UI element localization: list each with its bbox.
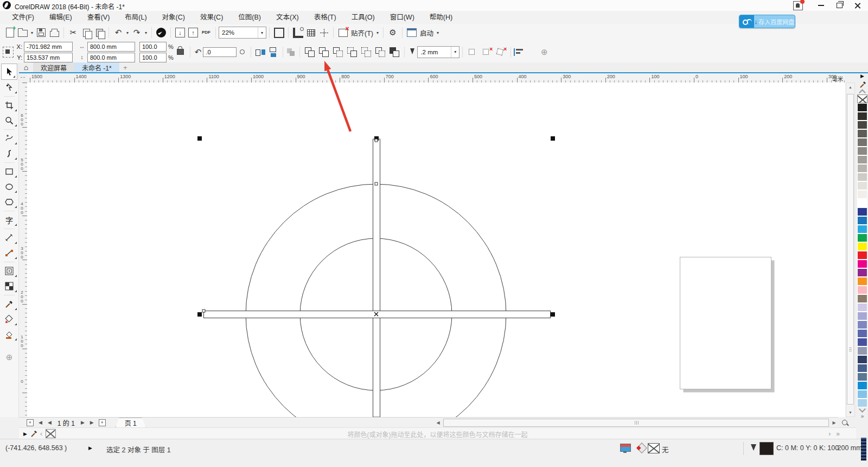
notification-icon[interactable]: [793, 1, 803, 10]
add-page-button-2[interactable]: +: [99, 419, 106, 426]
palette-flyout-icon[interactable]: ▶: [860, 73, 864, 81]
palette-scroll-down-icon[interactable]: [860, 407, 865, 412]
page-1-tab[interactable]: 页 1: [116, 418, 146, 427]
mirror-vertical-button[interactable]: [269, 47, 278, 58]
quick-zoom-button[interactable]: [839, 418, 850, 427]
scale-x-field[interactable]: 100.0: [139, 42, 167, 52]
zoom-caret-icon[interactable]: ▾: [258, 27, 266, 38]
palette-swatch[interactable]: [857, 155, 867, 164]
palette-swatch[interactable]: [857, 338, 867, 346]
import-button[interactable]: ↓: [174, 26, 187, 39]
fill-none-swatch[interactable]: [648, 443, 660, 453]
palette-swatch[interactable]: [857, 312, 867, 320]
palette-swatch-none[interactable]: [857, 94, 867, 103]
vertical-bar-shape[interactable]: [373, 139, 380, 417]
ruler-origin-corner[interactable]: [19, 73, 28, 83]
palette-swatch[interactable]: [857, 190, 867, 199]
object-width-field[interactable]: 800.0 mm: [87, 42, 135, 52]
text-tool[interactable]: 字: [0, 212, 18, 228]
artistic-media-tool[interactable]: [0, 146, 18, 161]
palette-eyedropper-icon[interactable]: [859, 81, 866, 89]
selection-handle-middle-right[interactable]: [551, 312, 555, 317]
launch-caret-icon[interactable]: ▾: [435, 30, 441, 35]
netdisk-save-button[interactable]: ↓存入百度网盘: [739, 15, 795, 28]
zoom-level-combo[interactable]: 22% ▾: [219, 27, 266, 39]
mirror-horizontal-button[interactable]: [255, 47, 266, 57]
node-hbar-left[interactable]: [202, 310, 205, 312]
group-objects-button[interactable]: [286, 47, 297, 57]
palette-swatch[interactable]: [857, 277, 867, 286]
menu-item-4[interactable]: 布局(L): [117, 11, 154, 24]
palette-swatch[interactable]: [857, 164, 867, 173]
front-minus-back-button[interactable]: [359, 46, 373, 59]
menu-item-10[interactable]: 工具(O): [344, 11, 382, 24]
palette-swatch[interactable]: [857, 329, 867, 338]
horizontal-ruler[interactable]: 毫米 1500140013001200110010009008007006005…: [27, 73, 845, 83]
scroll-down-button[interactable]: ▼: [846, 408, 854, 416]
doc-palette-scroll-left-icon[interactable]: ‹: [40, 430, 42, 438]
palette-swatch[interactable]: [857, 234, 867, 242]
menu-item-11[interactable]: 窗口(W): [382, 11, 422, 24]
transparency-tool[interactable]: [0, 279, 18, 294]
undo-button[interactable]: ↶: [112, 26, 125, 39]
palette-swatch[interactable]: [857, 112, 867, 121]
horizontal-scrollbar[interactable]: ◀ ▶: [434, 417, 838, 428]
smart-fill-tool[interactable]: [0, 327, 18, 342]
menu-item-2[interactable]: 编辑(E): [42, 11, 80, 24]
search-content-button[interactable]: [155, 26, 168, 39]
dimension-tool[interactable]: [0, 230, 18, 245]
minimize-button[interactable]: [813, 0, 829, 11]
launch-icon[interactable]: [405, 26, 418, 39]
menu-item-5[interactable]: 对象(C): [155, 11, 193, 24]
horizontal-bar-shape[interactable]: [204, 311, 551, 318]
vertical-ruler[interactable]: 6005004003002001000: [19, 83, 28, 417]
palette-swatch[interactable]: [857, 121, 867, 129]
tab-untitled-document[interactable]: 未命名 -1*: [74, 62, 119, 72]
palette-swatch[interactable]: [857, 173, 867, 181]
close-button[interactable]: [850, 0, 866, 11]
undo-caret-icon[interactable]: ▾: [125, 30, 130, 35]
print-button[interactable]: [48, 26, 61, 39]
scroll-left-button[interactable]: ◀: [434, 420, 442, 425]
outline-width-combo[interactable]: .2 mm ▾: [417, 46, 459, 58]
cut-button[interactable]: ✂: [67, 26, 80, 39]
copy-button[interactable]: [80, 26, 93, 39]
palette-swatch[interactable]: [857, 199, 867, 207]
doc-palette-expand-icon[interactable]: »: [836, 430, 840, 438]
palette-swatch[interactable]: [857, 181, 867, 190]
vertical-scroll-thumb[interactable]: [847, 94, 854, 405]
new-tab-button[interactable]: +: [119, 62, 131, 72]
crop-tool[interactable]: [0, 98, 18, 113]
doc-palette-flyout-icon[interactable]: ▶: [23, 431, 27, 437]
object-height-field[interactable]: 800.0 mm: [87, 53, 135, 62]
close-path-button[interactable]: ×: [480, 46, 494, 59]
vertical-scrollbar[interactable]: ▲ ▼: [846, 83, 855, 417]
last-page-button[interactable]: ▶: [87, 420, 97, 425]
back-minus-front-button[interactable]: [373, 46, 387, 59]
add-page-button[interactable]: +: [27, 419, 34, 426]
status-flyout-icon[interactable]: ▶: [88, 445, 92, 451]
contour-tool[interactable]: [0, 263, 18, 279]
scale-y-field[interactable]: 100.0: [139, 53, 167, 62]
palette-swatch[interactable]: [857, 286, 867, 294]
palette-swatch[interactable]: [857, 138, 867, 147]
palette-swatch[interactable]: [857, 381, 867, 390]
node-circle-top[interactable]: [375, 182, 378, 185]
doc-palette-eyedropper-icon[interactable]: [30, 430, 37, 438]
fill-status-icon[interactable]: [636, 443, 647, 453]
connector-tool[interactable]: [0, 245, 18, 261]
x-position-field[interactable]: -701.982 mm: [24, 42, 73, 52]
menu-item-1[interactable]: 文件(F): [4, 11, 42, 24]
open-caret-icon[interactable]: ▾: [29, 30, 35, 35]
snap-to-label[interactable]: 贴齐(T): [349, 28, 375, 38]
menu-item-3[interactable]: 查看(V): [80, 11, 118, 24]
weld-button[interactable]: [303, 46, 317, 59]
zoom-tool[interactable]: [0, 113, 18, 128]
align-distribute-button[interactable]: [514, 48, 525, 56]
next-page-button[interactable]: ▶: [78, 420, 87, 425]
selection-handle-top-right[interactable]: [551, 136, 555, 141]
palette-swatch[interactable]: [857, 147, 867, 155]
palette-swatch[interactable]: [857, 260, 867, 268]
outline-color-swatch[interactable]: [760, 442, 774, 455]
new-document-button[interactable]: [3, 26, 16, 39]
